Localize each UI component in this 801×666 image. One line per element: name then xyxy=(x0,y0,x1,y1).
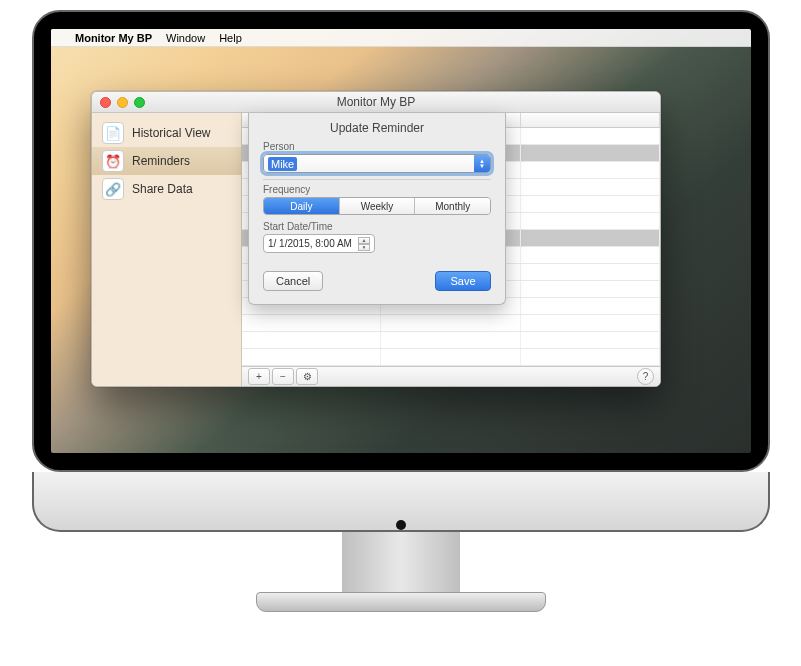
action-button[interactable]: ⚙ xyxy=(296,368,318,385)
sheet-title: Update Reminder xyxy=(263,121,491,135)
frequency-option-daily[interactable]: Daily xyxy=(264,198,340,214)
menubar: Monitor My BP Window Help xyxy=(51,29,751,47)
table-footer: + − ⚙ ? xyxy=(242,366,660,386)
sidebar-item-reminders[interactable]: ⏰ Reminders xyxy=(92,147,241,175)
chart-icon: 📄 xyxy=(102,122,124,144)
sidebar-item-label: Historical View xyxy=(132,126,210,140)
menubar-app-name[interactable]: Monitor My BP xyxy=(75,32,152,44)
app-window: Monitor My BP 📄 Historical View ⏰ Remind… xyxy=(91,91,661,387)
frequency-label: Frequency xyxy=(263,184,491,195)
frequency-segmented: Daily Weekly Monthly xyxy=(263,197,491,215)
table-header-cell[interactable] xyxy=(521,113,660,127)
main-content: + − ⚙ ? Update Reminder Person Mike xyxy=(242,113,660,386)
chevron-up-down-icon: ▲▼ xyxy=(474,155,490,172)
table-row[interactable] xyxy=(242,332,660,349)
frequency-option-weekly[interactable]: Weekly xyxy=(340,198,416,214)
divider xyxy=(263,179,491,180)
imac-stand-neck xyxy=(342,532,460,592)
imac-frame: Monitor My BP Window Help Monitor My BP xyxy=(32,10,770,612)
chevron-down-icon: ▼ xyxy=(358,244,370,251)
cancel-button[interactable]: Cancel xyxy=(263,271,323,291)
sidebar: 📄 Historical View ⏰ Reminders 🔗 Share Da… xyxy=(92,113,242,386)
update-reminder-sheet: Update Reminder Person Mike ▲▼ Frequency… xyxy=(248,113,506,305)
save-button[interactable]: Save xyxy=(435,271,491,291)
imac-bezel: Monitor My BP Window Help Monitor My BP xyxy=(32,10,770,472)
sidebar-item-share-data[interactable]: 🔗 Share Data xyxy=(92,175,241,203)
desktop-screen: Monitor My BP Window Help Monitor My BP xyxy=(51,29,751,453)
chevron-up-icon: ▲ xyxy=(358,237,370,244)
sheet-button-row: Cancel Save xyxy=(263,271,491,291)
person-label: Person xyxy=(263,141,491,152)
clock-icon: ⏰ xyxy=(102,150,124,172)
sidebar-item-historical-view[interactable]: 📄 Historical View xyxy=(92,119,241,147)
start-date-label: Start Date/Time xyxy=(263,221,491,232)
window-title: Monitor My BP xyxy=(92,95,660,109)
help-button[interactable]: ? xyxy=(637,368,654,385)
remove-button[interactable]: − xyxy=(272,368,294,385)
titlebar: Monitor My BP xyxy=(92,92,660,113)
start-date-time-value: 1/ 1/2015, 8:00 AM xyxy=(268,238,352,249)
add-button[interactable]: + xyxy=(248,368,270,385)
frequency-option-monthly[interactable]: Monthly xyxy=(415,198,490,214)
menubar-item-help[interactable]: Help xyxy=(219,32,242,44)
share-icon: 🔗 xyxy=(102,178,124,200)
table-row[interactable] xyxy=(242,315,660,332)
window-body: 📄 Historical View ⏰ Reminders 🔗 Share Da… xyxy=(92,113,660,386)
stepper[interactable]: ▲ ▼ xyxy=(358,237,370,251)
sidebar-item-label: Reminders xyxy=(132,154,190,168)
menubar-item-window[interactable]: Window xyxy=(166,32,205,44)
imac-stand-base xyxy=(256,592,546,612)
start-date-time-field[interactable]: 1/ 1/2015, 8:00 AM ▲ ▼ xyxy=(263,234,375,253)
person-selected-value: Mike xyxy=(268,157,297,171)
sidebar-item-label: Share Data xyxy=(132,182,193,196)
table-row[interactable] xyxy=(242,349,660,366)
person-popup[interactable]: Mike ▲▼ xyxy=(263,154,491,173)
